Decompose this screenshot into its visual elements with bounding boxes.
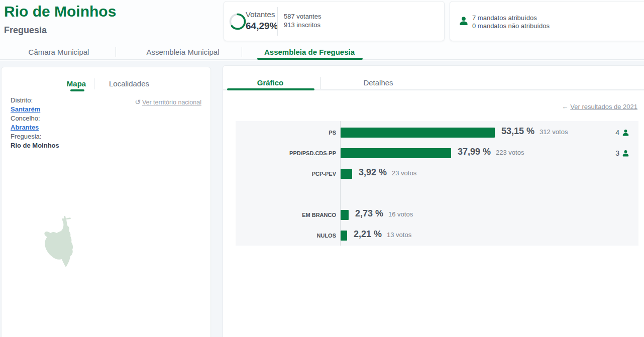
ver-territorio-nacional-link[interactable]: ↺Ver território nacional (135, 98, 201, 106)
header: Rio de Moinhos Freguesia Votantes 64,29%… (0, 0, 644, 61)
tab-detalhes[interactable]: Detalhes (363, 78, 393, 87)
county-link[interactable]: Abrantes (11, 124, 39, 131)
chart-votes-label: 23 votos (392, 169, 416, 177)
chart-bar (341, 231, 347, 241)
chart-percent-label: 3,92 % (359, 167, 387, 178)
chart-bar (341, 210, 349, 220)
mandates-unassigned: 0 mandatos não atribuídos (472, 22, 550, 30)
tab-localidades[interactable]: Localidades (109, 79, 149, 88)
results-bar-chart: PS53,15 %312 votos4PPD/PSD.CDS-PP37,99 %… (236, 121, 638, 246)
mandate-count: 3 (615, 149, 619, 157)
parish-map-shape[interactable] (35, 215, 85, 272)
chart-axis-line (340, 121, 341, 246)
chart-bar-label: EM BRANCO (236, 210, 336, 220)
chart-bar-label: NULOS (236, 231, 336, 241)
tab-grafico[interactable]: Gráfico (257, 78, 284, 87)
chart-percent-label: 2,73 % (355, 208, 383, 219)
chart-value-labels: 3,92 %23 votos (359, 167, 416, 178)
active-tab-underline (257, 58, 363, 60)
tab-camara-municipal[interactable]: Câmara Municipal (29, 48, 89, 56)
chart-percent-label: 37,99 % (458, 147, 491, 157)
chart-percent-label: 53,15 % (501, 126, 534, 137)
chart-mandates: 4 (615, 128, 629, 138)
mandate-count: 4 (615, 129, 619, 137)
turnout-percent: 64,29% (246, 21, 278, 32)
active-tab-underline (227, 88, 314, 90)
county-label: Concelho: (11, 114, 59, 123)
district-link[interactable]: Santarém (11, 105, 40, 113)
district-label: Distrito: (11, 96, 59, 105)
election-results-page: Rio de Moinhos Freguesia Votantes 64,29%… (0, 0, 644, 337)
chart-bar-label: PS (236, 128, 336, 138)
turnout-card: Votantes 64,29% 587 votantes 913 inscrit… (224, 1, 445, 41)
chart-bar (341, 169, 352, 179)
tab-mapa[interactable]: Mapa (67, 79, 86, 88)
chart-votes-label: 312 votos (540, 128, 568, 136)
divider (116, 47, 116, 57)
person-icon (622, 129, 629, 137)
undo-icon: ↺ (135, 98, 141, 106)
divider (320, 77, 321, 89)
location-info: Distrito: Santarém Concelho: Abrantes Fr… (11, 96, 59, 150)
chart-bar-label: PCP-PEV (236, 169, 336, 179)
turnout-voters: 587 votantes (284, 13, 321, 20)
page-title: Rio de Moinhos (4, 3, 116, 20)
chart-percent-label: 2,21 % (354, 229, 382, 240)
map-panel: Mapa Localidades ↺Ver território naciona… (1, 67, 211, 337)
turnout-registered: 913 inscritos (284, 21, 320, 29)
tab-assembleia-municipal[interactable]: Assembleia Municipal (146, 48, 219, 56)
chart-bar-label: PPD/PSD.CDS-PP (236, 148, 336, 158)
parish-label: Freguesia: (11, 132, 59, 141)
results-panel: Gráfico Detalhes ←Ver resultados de 2021… (223, 65, 644, 337)
divider (94, 78, 94, 89)
chart-value-labels: 2,21 %13 votos (354, 229, 411, 240)
ver-resultados-2021-link[interactable]: ←Ver resultados de 2021 (562, 103, 637, 110)
page-subtitle: Freguesia (4, 25, 47, 36)
person-icon (622, 150, 629, 157)
parish-name: Rio de Moinhos (11, 141, 59, 150)
active-tab-underline (70, 89, 84, 91)
chart-mandates: 3 (615, 148, 629, 158)
turnout-ring-icon (228, 12, 247, 31)
divider (242, 47, 242, 57)
mandates-card: 7 mandatos atribuídos 0 mandatos não atr… (450, 1, 644, 41)
person-icon (459, 16, 469, 26)
chart-votes-label: 16 votos (388, 210, 413, 218)
chart-bar (341, 128, 495, 138)
tab-assembleia-de-freguesia[interactable]: Assembleia de Freguesia (264, 48, 355, 56)
divider (277, 7, 278, 36)
chart-value-labels: 53,15 %312 votos (501, 126, 568, 137)
mandates-assigned: 7 mandatos atribuídos (472, 14, 537, 22)
chart-bar (341, 148, 451, 158)
turnout-label: Votantes (246, 10, 275, 19)
chart-votes-label: 223 votos (496, 149, 524, 156)
left-arrow-icon: ← (562, 103, 568, 110)
chart-value-labels: 2,73 %16 votos (355, 208, 413, 219)
chart-value-labels: 37,99 %223 votos (458, 147, 524, 157)
chart-votes-label: 13 votos (387, 231, 411, 239)
